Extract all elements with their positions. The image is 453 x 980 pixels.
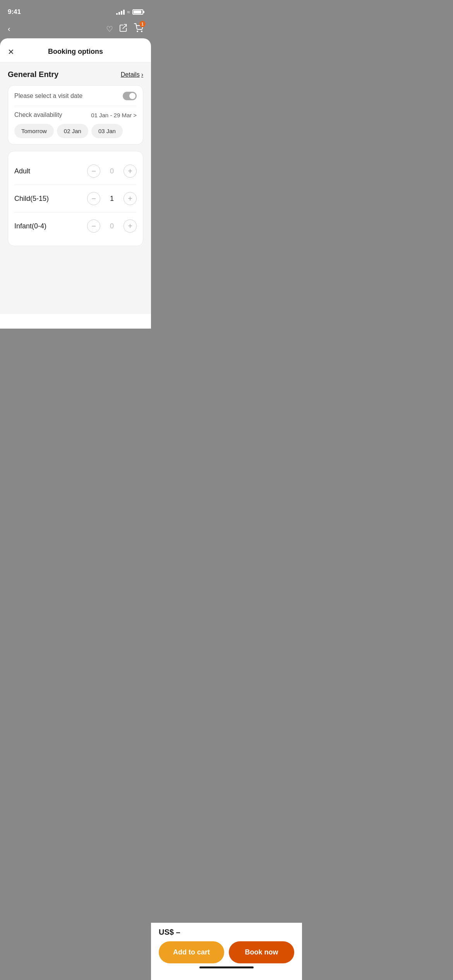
details-link[interactable]: Details ›: [121, 71, 143, 78]
status-time: 9:41: [8, 8, 21, 16]
child-value: 1: [108, 195, 116, 203]
sheet-header: ✕ Booking options: [0, 38, 151, 62]
adult-value: 0: [108, 167, 116, 175]
date-chip-03jan[interactable]: 03 Jan: [91, 124, 123, 138]
date-card: Please select a visit date Check availab…: [8, 85, 143, 145]
svg-point-2: [141, 31, 142, 32]
cart-icon[interactable]: 1: [134, 23, 143, 34]
infant-value: 0: [108, 222, 116, 230]
back-button[interactable]: ‹: [8, 24, 10, 33]
date-chip-tomorrow[interactable]: Tomorrow: [14, 124, 54, 138]
adult-label: Adult: [14, 167, 30, 175]
visit-date-toggle[interactable]: [123, 92, 137, 100]
availability-range[interactable]: 01 Jan - 29 Mar >: [91, 112, 137, 118]
date-chip-02jan[interactable]: 02 Jan: [57, 124, 88, 138]
status-icons: ≈: [116, 9, 143, 15]
adult-controls: − 0 +: [87, 164, 137, 178]
close-button[interactable]: ✕: [8, 47, 14, 57]
infant-label: Infant(0-4): [14, 222, 46, 230]
svg-line-0: [123, 25, 126, 29]
infant-controls: − 0 +: [87, 219, 137, 233]
top-nav: ‹ ♡ 1: [0, 19, 151, 38]
battery-icon: [132, 9, 143, 15]
svg-point-1: [137, 31, 138, 32]
section-header: General Entry Details ›: [8, 70, 143, 79]
infant-decrease-button[interactable]: −: [87, 219, 100, 233]
availability-label: Check availability: [14, 111, 62, 118]
nav-actions: ♡ 1: [106, 23, 143, 34]
infant-increase-button[interactable]: +: [124, 219, 137, 233]
cart-badge: 1: [139, 21, 146, 27]
wifi-icon: ≈: [127, 9, 130, 15]
visit-date-label: Please select a visit date: [14, 93, 82, 99]
adult-increase-button[interactable]: +: [124, 164, 137, 178]
adult-decrease-button[interactable]: −: [87, 164, 100, 178]
availability-row: Check availability 01 Jan - 29 Mar >: [14, 111, 137, 118]
child-label: Child(5-15): [14, 195, 49, 203]
infant-row: Infant(0-4) − 0 +: [14, 212, 137, 240]
date-chips: Tomorrow 02 Jan 03 Jan: [14, 124, 137, 138]
share-icon[interactable]: [119, 24, 128, 34]
child-row: Child(5-15) − 1 +: [14, 185, 137, 212]
visit-date-row: Please select a visit date: [14, 92, 137, 106]
child-decrease-button[interactable]: −: [87, 192, 100, 205]
quantity-card: Adult − 0 + Child(5-15) − 1 + Infant(0-4…: [8, 151, 143, 246]
child-controls: − 1 +: [87, 192, 137, 205]
status-bar: 9:41 ≈: [0, 0, 151, 19]
child-increase-button[interactable]: +: [124, 192, 137, 205]
sheet-content: General Entry Details › Please select a …: [0, 62, 151, 314]
adult-row: Adult − 0 +: [14, 158, 137, 185]
booking-sheet: ✕ Booking options General Entry Details …: [0, 38, 151, 329]
section-title: General Entry: [8, 70, 58, 79]
favorite-icon[interactable]: ♡: [106, 24, 113, 34]
signal-icon: [116, 10, 125, 15]
sheet-title: Booking options: [48, 48, 103, 56]
